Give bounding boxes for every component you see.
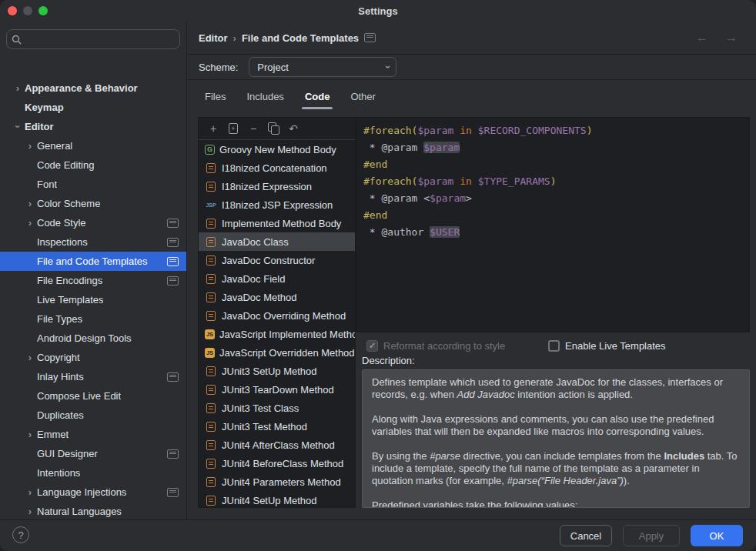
back-button[interactable]: ← [696,31,708,45]
chevron-icon[interactable]: › [23,487,37,497]
template-item-junit4-setup-method[interactable]: JUnit4 SetUp Method [199,491,355,508]
chevron-icon[interactable]: › [23,218,37,228]
tab-includes[interactable]: Includes [246,83,283,109]
js-icon: JS [205,348,215,358]
sidebar-item-color-scheme[interactable]: ›Color Scheme [0,194,186,213]
revert-icon[interactable]: ↶ [285,120,302,137]
template-item-junit3-test-method[interactable]: JUnit3 Test Method [199,417,355,436]
template-item-javadoc-method[interactable]: JavaDoc Method [199,288,355,306]
sidebar-item-file-types[interactable]: File Types [0,309,186,329]
template-icon [206,237,216,247]
sidebar-item-label: Compose Live Edit [37,390,121,402]
sidebar-item-compose-live-edit[interactable]: Compose Live Edit [0,386,186,406]
template-item-junit3-teardown-method[interactable]: JUnit3 TearDown Method [199,380,355,399]
code-token: ) [550,175,557,187]
template-item-junit4-parameters-method[interactable]: JUnit4 Parameters Method [199,473,355,491]
reformat-option[interactable]: ✓ Reformat according to style [366,340,505,352]
template-icon [206,255,216,265]
chevron-icon[interactable]: › [23,199,37,209]
chevron-icon[interactable]: › [13,120,23,134]
chevron-icon[interactable]: › [23,352,37,362]
template-item-javadoc-class[interactable]: JavaDoc Class [199,232,355,251]
template-icon [206,182,216,192]
template-editor[interactable]: #foreach($param in $RECORD_COMPONENTS) *… [356,117,750,332]
sidebar-item-copyright[interactable]: ›Copyright [0,348,186,367]
sidebar-item-intentions[interactable]: Intentions [0,463,186,483]
template-item-junit4-afterclass-method[interactable]: JUnit4 AfterClass Method [199,436,355,454]
minimize-button [23,6,32,15]
template-item-junit4-beforeclass-method[interactable]: JUnit4 BeforeClass Method [199,454,355,473]
template-item-javadoc-overriding-method[interactable]: JavaDoc Overriding Method [199,306,355,325]
remove-icon[interactable]: − [245,120,262,137]
description-paragraph: Along with Java expressions and comments… [372,413,740,438]
cancel-button[interactable]: Cancel [560,525,612,546]
tab-other[interactable]: Other [350,83,376,109]
live-templates-label: Enable Live Templates [565,340,666,352]
template-name: I18nized JSP Expression [222,199,333,211]
search-input[interactable] [25,33,175,46]
template-item-javascript-overridden-method-body[interactable]: JSJavaScript Overridden Method Body [199,343,355,362]
main-panel: Editor › File and Code Templates ← → Sch… [187,22,756,520]
template-item-implemented-method-body[interactable]: Implemented Method Body [199,214,355,232]
live-templates-checkbox[interactable] [548,340,560,352]
template-item-groovy-new-method-body[interactable]: GGroovy New Method Body [199,140,355,159]
tab-code[interactable]: Code [305,83,330,109]
template-item-javascript-implemented-method-body[interactable]: JSJavaScript Implemented Method Body [199,325,355,343]
sidebar-item-emmet[interactable]: ›Emmet [0,425,186,444]
chevron-icon[interactable]: › [23,141,37,151]
sidebar-item-language-injections[interactable]: ›Language Injections [0,483,186,502]
settings-search[interactable] [6,29,180,49]
code-token: $RECORD_COMPONENTS [478,125,587,136]
description-segment: intention action is applied. [515,389,633,400]
tab-files[interactable]: Files [205,83,226,109]
settings-tree: ›Appearance & BehaviorKeymap›Editor›Gene… [0,78,186,520]
sidebar-item-duplicates[interactable]: Duplicates [0,406,186,425]
sidebar-item-editor[interactable]: ›Editor [0,117,186,136]
reformat-label: Reformat according to style [383,340,505,352]
chevron-icon[interactable]: › [23,506,37,516]
sidebar-item-gui-designer[interactable]: GUI Designer [0,444,186,463]
scheme-row: Scheme: Project › [199,55,396,79]
close-button[interactable] [8,6,17,15]
ok-button[interactable]: OK [691,525,743,546]
sidebar-item-label: Duplicates [37,409,84,421]
help-button[interactable]: ? [12,526,29,543]
zoom-button[interactable] [38,6,48,15]
add-icon[interactable]: + [205,120,222,137]
live-templates-option[interactable]: Enable Live Templates [548,340,666,352]
sidebar-item-font[interactable]: Font [0,175,186,194]
template-item-i18nized-jsp-expression[interactable]: JSPI18nized JSP Expression [199,195,355,214]
sidebar-item-code-style[interactable]: ›Code Style [0,213,186,232]
chevron-icon[interactable]: › [23,429,37,439]
sidebar-item-file-and-code-templates[interactable]: File and Code Templates [0,252,186,271]
template-item-junit3-setup-method[interactable]: JUnit3 SetUp Method [199,362,355,380]
sidebar-item-natural-languages[interactable]: ›Natural Languages [0,502,186,520]
code-token: in [453,125,477,136]
sidebar-item-file-encodings[interactable]: File Encodings [0,271,186,290]
copy-icon[interactable] [265,120,282,137]
template-icon [206,219,216,229]
sidebar-item-code-editing[interactable]: Code Editing [0,155,186,175]
sidebar-item-inlay-hints[interactable]: Inlay Hints [0,367,186,386]
sidebar-item-live-templates[interactable]: Live Templates [0,290,186,309]
template-item-i18nized-expression[interactable]: I18nized Expression [199,177,355,195]
sidebar-item-general[interactable]: ›General [0,136,186,155]
create-from-template-icon[interactable] [225,120,242,137]
chevron-icon[interactable]: › [11,83,25,93]
template-item-javadoc-field[interactable]: JavaDoc Field [199,269,355,288]
forward-button[interactable]: → [725,31,738,45]
template-name: JUnit3 Test Method [222,421,307,432]
breadcrumb-parent[interactable]: Editor [199,32,228,44]
sidebar-item-label: File Types [37,313,82,325]
code-token: * @author [363,226,430,238]
template-name: JUnit3 TearDown Method [222,384,334,396]
sidebar-item-android-design-tools[interactable]: Android Design Tools [0,329,186,348]
template-item-junit3-test-class[interactable]: JUnit3 Test Class [199,399,355,417]
sidebar-item-appearance-behavior[interactable]: ›Appearance & Behavior [0,78,186,98]
sidebar-item-inspections[interactable]: Inspections [0,232,186,252]
sidebar-item-keymap[interactable]: Keymap [0,98,186,117]
screen-icon [167,276,179,286]
scheme-dropdown[interactable]: Project › [249,57,396,77]
template-item-javadoc-constructor[interactable]: JavaDoc Constructor [199,251,355,269]
template-item-i18nized-concatenation[interactable]: I18nized Concatenation [199,159,355,177]
